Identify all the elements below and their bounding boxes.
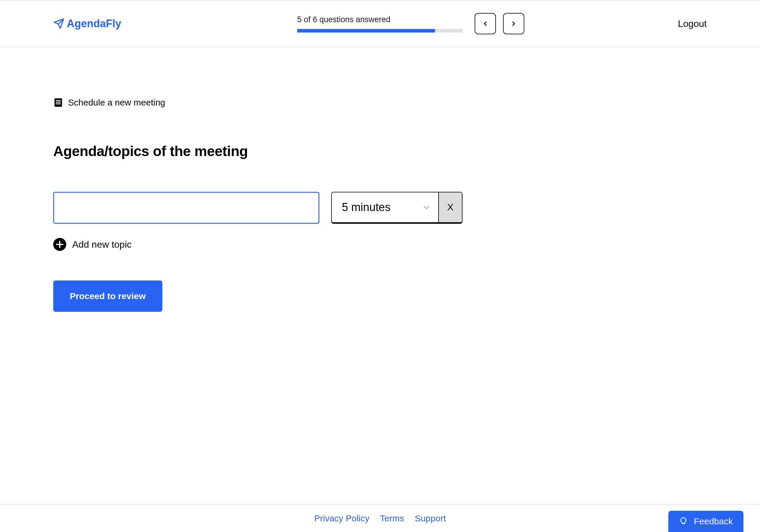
feedback-button[interactable]: Feedback [668,511,743,532]
page-icon [53,98,63,108]
breadcrumb-label: Schedule a new meeting [68,98,165,108]
main-content: Schedule a new meeting Agenda/topics of … [0,47,760,312]
footer-link-terms[interactable]: Terms [380,513,404,523]
svg-rect-1 [56,100,61,101]
logo-text: AgendaFly [67,18,121,30]
chevron-right-icon [510,20,517,27]
breadcrumb: Schedule a new meeting [53,98,707,108]
prev-question-button[interactable] [475,13,496,34]
page-title: Agenda/topics of the meeting [53,143,707,159]
progress-block: 5 of 6 questions answered [297,15,463,32]
proceed-to-review-button[interactable]: Proceed to review [53,281,162,312]
progress-bar-fill [297,29,435,32]
svg-rect-2 [56,102,61,103]
feedback-label: Feedback [694,516,733,526]
footer-link-privacy[interactable]: Privacy Policy [314,513,369,523]
plus-circle-icon [53,238,66,251]
progress-bar [297,29,463,32]
svg-rect-3 [56,104,61,104]
paper-plane-icon [53,18,65,29]
footer-link-support[interactable]: Support [415,513,446,523]
add-topic-label: Add new topic [72,239,132,250]
duration-select[interactable]: 5 minutes [332,193,438,222]
logo[interactable]: AgendaFly [53,18,121,30]
chevron-down-icon [422,203,431,212]
topic-input[interactable] [53,192,319,224]
duration-wrap: 5 minutes X [331,192,462,224]
header: AgendaFly 5 of 6 questions answered Logo… [0,0,760,47]
progress-text: 5 of 6 questions answered [297,15,390,24]
topic-row: 5 minutes X [53,192,707,224]
nav-buttons [475,13,524,34]
next-question-button[interactable] [503,13,524,34]
lightbulb-icon [679,517,688,526]
add-topic-button[interactable]: Add new topic [53,238,707,251]
logout-link[interactable]: Logout [678,18,707,29]
footer: Privacy Policy Terms Support [0,504,760,532]
duration-value: 5 minutes [342,201,391,214]
chevron-left-icon [482,20,489,27]
remove-topic-button[interactable]: X [438,193,462,222]
